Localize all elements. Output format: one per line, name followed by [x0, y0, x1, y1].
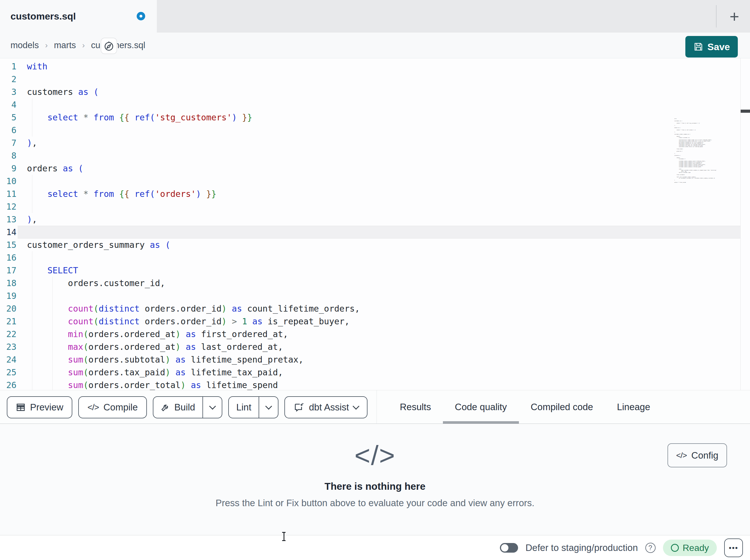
lint-dropdown-button[interactable] — [259, 397, 278, 418]
empty-state-subtitle: Press the Lint or Fix button above to ev… — [0, 498, 750, 509]
tabbar-divider — [716, 5, 716, 27]
code-line[interactable]: 20 count(distinct orders.order_id) as co… — [0, 302, 741, 315]
line-number: 7 — [0, 137, 17, 149]
chevron-right-icon: › — [45, 41, 47, 50]
dbt-assist-label: dbt Assist — [309, 402, 349, 413]
scrollbar-thumb[interactable] — [741, 110, 750, 113]
line-number: 19 — [0, 290, 17, 302]
code-line[interactable]: 11 select * from {{ ref('orders') }} — [0, 188, 741, 200]
active-line-highlight — [18, 226, 741, 238]
compile-label: Compile — [103, 402, 138, 413]
compile-button[interactable]: </> Compile — [78, 396, 146, 418]
status-badge[interactable]: Ready — [663, 540, 717, 556]
preview-button[interactable]: Preview — [7, 396, 72, 418]
code-line[interactable]: 23 max(orders.ordered_at) as last_ordere… — [0, 340, 741, 353]
compass-icon — [103, 40, 115, 51]
unsaved-indicator-icon — [137, 12, 145, 20]
line-number: 24 — [0, 353, 17, 366]
breadcrumb-row: models › marts › customers.sql — [0, 33, 750, 58]
help-icon[interactable]: ? — [645, 543, 656, 553]
status-bar-right: Defer to staging/production ? Ready ••• — [500, 535, 743, 560]
lint-button[interactable]: Lint — [229, 397, 259, 418]
code-text: sum(orders.order_total) as lifetime_spen… — [27, 379, 278, 390]
code-icon: </> — [87, 402, 99, 412]
code-line[interactable]: 16 — [0, 251, 741, 264]
line-number: 3 — [0, 86, 17, 98]
code-line[interactable]: 8 — [0, 149, 741, 162]
code-line[interactable]: 12 — [0, 200, 741, 213]
lint-split-button: Lint — [228, 396, 278, 418]
line-number: 15 — [0, 238, 17, 251]
save-label: Save — [708, 41, 730, 53]
panel-tabs: ResultsCode qualityCompiled codeLineage — [388, 390, 662, 424]
lint-label: Lint — [236, 402, 251, 413]
build-dropdown-button[interactable] — [203, 397, 222, 418]
chevron-down-icon — [353, 403, 359, 410]
defer-toggle[interactable] — [500, 543, 518, 553]
build-button[interactable]: Build — [153, 397, 202, 418]
code-line[interactable]: 15customer_orders_summary as ( — [0, 238, 741, 251]
code-line[interactable]: 1with — [0, 60, 741, 73]
code-icon: </> — [676, 451, 687, 460]
status-circle-icon — [671, 544, 679, 552]
code-line[interactable]: 17 SELECT — [0, 264, 741, 277]
line-number: 10 — [0, 175, 17, 188]
code-line[interactable]: 7), — [0, 137, 741, 149]
tab-lineage[interactable]: Lineage — [605, 390, 662, 424]
dbt-assist-button[interactable]: dbt Assist — [284, 396, 367, 418]
breadcrumb: models › marts › customers.sql — [11, 33, 145, 58]
code-line[interactable]: 22 min(orders.ordered_at) as first_order… — [0, 328, 741, 340]
code-line[interactable]: 24 sum(orders.subtotal) as lifetime_spen… — [0, 353, 741, 366]
new-tab-button[interactable]: + — [723, 4, 746, 28]
code-text: sum(orders.tax_paid) as lifetime_tax_pai… — [27, 366, 283, 379]
empty-state-title: There is nothing here — [0, 481, 750, 492]
config-button[interactable]: </> Config — [668, 443, 727, 468]
line-number: 5 — [0, 111, 17, 124]
code-line[interactable]: 3customers as ( — [0, 86, 741, 98]
code-text: select * from {{ ref('orders') }} — [27, 188, 216, 200]
tab-compiled-code[interactable]: Compiled code — [519, 390, 605, 424]
chevron-down-icon — [265, 403, 272, 410]
tab-code-quality[interactable]: Code quality — [443, 390, 519, 424]
code-line[interactable]: 13), — [0, 213, 741, 226]
line-number: 2 — [0, 73, 17, 86]
navigate-button[interactable] — [101, 38, 117, 54]
code-text: orders.customer_id, — [27, 277, 165, 290]
status-label: Ready — [683, 543, 709, 553]
code-line[interactable]: 18 orders.customer_id, — [0, 277, 741, 290]
code-line[interactable]: 26 sum(orders.order_total) as lifetime_s… — [0, 379, 741, 390]
more-options-button[interactable]: ••• — [724, 538, 743, 557]
save-button[interactable]: Save — [685, 36, 738, 58]
code-text: with — [27, 60, 47, 73]
config-label: Config — [691, 450, 718, 461]
line-number: 18 — [0, 277, 17, 290]
code-text: count(distinct orders.order_id) > 1 as i… — [27, 315, 350, 328]
line-number: 4 — [0, 98, 17, 111]
tab-customers-sql[interactable]: customers.sql — [0, 0, 157, 33]
code-text: count(distinct orders.order_id) as count… — [27, 302, 360, 315]
code-line[interactable]: 5 select * from {{ ref('stg_customers') … — [0, 111, 741, 124]
line-number: 9 — [0, 162, 17, 175]
line-number: 11 — [0, 188, 17, 200]
code-line[interactable]: 14 — [0, 226, 741, 238]
code-line[interactable]: 6 — [0, 124, 741, 137]
code-line[interactable]: 19 — [0, 290, 741, 302]
breadcrumb-item-customers-sql[interactable]: customers.sql — [91, 40, 145, 50]
breadcrumb-item-marts[interactable]: marts — [54, 40, 76, 50]
code-line[interactable]: 10 — [0, 175, 741, 188]
minimap[interactable]: with customers as ( select * from {{ ref… — [674, 118, 739, 186]
code-line[interactable]: 21 count(distinct orders.order_id) > 1 a… — [0, 315, 741, 328]
tab-results[interactable]: Results — [388, 390, 443, 424]
code-line[interactable]: 9orders as ( — [0, 162, 741, 175]
code-line[interactable]: 25 sum(orders.tax_paid) as lifetime_tax_… — [0, 366, 741, 379]
breadcrumb-item-models[interactable]: models — [11, 40, 39, 50]
code-line[interactable]: 2 — [0, 73, 741, 86]
chevron-down-icon — [209, 403, 216, 410]
code-text: ), — [27, 213, 37, 226]
line-number: 20 — [0, 302, 17, 315]
line-number: 12 — [0, 200, 17, 213]
line-number: 16 — [0, 251, 17, 264]
code-editor[interactable]: 1with23customers as (45 select * from {{… — [0, 58, 750, 390]
code-text: select * from {{ ref('stg_customers') }} — [27, 111, 252, 124]
code-line[interactable]: 4 — [0, 98, 741, 111]
